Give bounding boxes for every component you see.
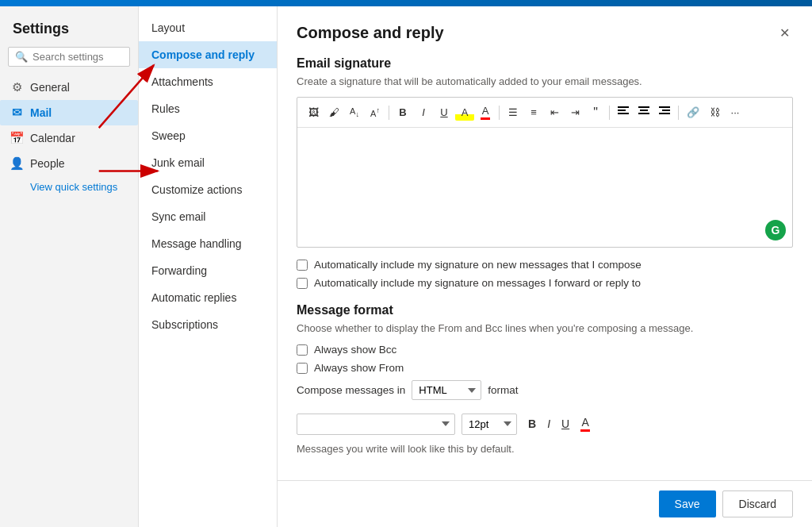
nav-customize[interactable]: Customize actions: [139, 176, 277, 203]
nav-handling[interactable]: Message handling: [139, 230, 277, 257]
search-icon: 🔍: [15, 51, 28, 63]
panel-footer: Save Discard: [278, 480, 812, 527]
main-panel: Compose and reply ✕ Email signature Crea…: [278, 6, 812, 527]
sidebar-item-label: People: [30, 157, 65, 170]
toolbar-font-color[interactable]: A: [476, 102, 495, 122]
format-suffix: format: [488, 384, 518, 396]
general-icon: ⚙: [10, 80, 24, 94]
toolbar-numbering[interactable]: ≡: [524, 104, 543, 121]
format-underline-btn[interactable]: U: [557, 414, 574, 433]
panel-header: Compose and reply ✕: [278, 6, 812, 53]
font-color-bar: [481, 117, 490, 120]
message-format-desc: Choose whether to display the From and B…: [297, 322, 793, 334]
nav-layout[interactable]: Layout: [139, 14, 277, 41]
nav-rules[interactable]: Rules: [139, 95, 277, 122]
toolbar-unlink[interactable]: ⛓: [705, 104, 724, 121]
checkbox-bcc-row: Always show Bcc: [297, 344, 793, 356]
svg-rect-1: [618, 110, 626, 111]
toolbar-bullets[interactable]: ☰: [504, 104, 523, 121]
format-mini-btns: B I U A: [523, 413, 595, 435]
svg-rect-3: [638, 106, 649, 108]
email-signature-section: Email signature Create a signature that …: [297, 56, 793, 289]
toolbar-link[interactable]: 🔗: [683, 104, 703, 121]
svg-rect-2: [618, 113, 629, 114]
search-box[interactable]: 🔍: [8, 47, 130, 67]
toolbar-format-brush[interactable]: 🖌: [324, 104, 343, 121]
nav-sweep[interactable]: Sweep: [139, 122, 277, 149]
toolbar-indent-increase[interactable]: ⇥: [565, 104, 584, 121]
calendar-icon: 📅: [10, 131, 24, 145]
checkbox-bcc-label: Always show Bcc: [314, 344, 396, 356]
format-color-btn[interactable]: A: [576, 413, 595, 435]
compose-format-row: Compose messages in HTML Plain text form…: [297, 380, 793, 400]
svg-rect-7: [662, 110, 670, 111]
checkbox-forward-reply[interactable]: [297, 278, 308, 289]
save-button[interactable]: Save: [659, 490, 716, 517]
signature-body[interactable]: G: [297, 128, 792, 247]
view-quick-settings[interactable]: View quick settings: [0, 176, 138, 198]
toolbar-more[interactable]: ···: [726, 104, 745, 121]
format-italic-btn[interactable]: I: [542, 414, 555, 433]
sidebar-item-label: General: [30, 81, 70, 94]
grammarly-button[interactable]: G: [765, 220, 786, 240]
nav-forwarding[interactable]: Forwarding: [139, 257, 277, 284]
svg-rect-6: [659, 106, 670, 108]
checkbox-from-label: Always show From: [314, 362, 404, 374]
toolbar-quote[interactable]: ": [586, 103, 605, 122]
font-select[interactable]: Calibri Arial: [297, 414, 455, 435]
toolbar-italic[interactable]: I: [414, 104, 433, 121]
format-bold-btn[interactable]: B: [523, 414, 541, 433]
toolbar-font-decrease[interactable]: A↓: [345, 104, 364, 121]
toolbar-align-center[interactable]: [634, 104, 653, 121]
message-format-section: Message format Choose whether to display…: [297, 303, 793, 455]
sidebar-item-mail[interactable]: ✉ Mail: [0, 100, 138, 125]
nav-attachments[interactable]: Attachments: [139, 68, 277, 95]
toolbar-align-left[interactable]: [614, 104, 633, 121]
middle-nav: Layout Compose and reply Attachments Rul…: [139, 6, 278, 527]
app-title: Settings: [0, 14, 138, 47]
format-select[interactable]: HTML Plain text: [412, 380, 481, 400]
checkbox-new-messages[interactable]: [297, 260, 308, 271]
email-signature-desc: Create a signature that will be automati…: [297, 75, 793, 87]
sidebar-item-label: Calendar: [30, 132, 75, 144]
toolbar-bold[interactable]: B: [393, 104, 412, 121]
font-row: Calibri Arial 12pt 8pt 10pt 14pt B I U: [297, 413, 793, 435]
panel-title: Compose and reply: [297, 24, 444, 42]
signature-toolbar: 🖼 🖌 A↓ A↑ B I U A A: [297, 98, 792, 128]
toolbar-sep-1: [389, 106, 389, 120]
discard-button[interactable]: Discard: [722, 490, 793, 517]
checkbox-from-row: Always show From: [297, 362, 793, 374]
toolbar-font-increase[interactable]: A↑: [366, 104, 385, 121]
nav-junk[interactable]: Junk email: [139, 149, 277, 176]
nav-sync[interactable]: Sync email: [139, 203, 277, 230]
toolbar-indent-decrease[interactable]: ⇤: [545, 104, 564, 121]
sidebar-item-people[interactable]: 👤 People: [0, 151, 138, 176]
toolbar-image[interactable]: 🖼: [304, 104, 323, 121]
close-button[interactable]: ✕: [776, 22, 793, 44]
nav-subscriptions[interactable]: Subscriptions: [139, 311, 277, 338]
size-select[interactable]: 12pt 8pt 10pt 14pt: [462, 414, 517, 435]
top-bar: [0, 0, 812, 6]
email-signature-title: Email signature: [297, 56, 793, 71]
format-color-icon: A: [580, 416, 590, 432]
sidebar: Settings 🔍 ⚙ General ✉ Mail 📅 Calendar 👤…: [0, 6, 139, 527]
message-format-title: Message format: [297, 303, 793, 317]
nav-auto-replies[interactable]: Automatic replies: [139, 284, 277, 311]
checkbox-new-messages-label: Automatically include my signature on ne…: [314, 259, 642, 271]
nav-compose[interactable]: Compose and reply: [139, 41, 277, 68]
svg-rect-8: [659, 113, 670, 114]
panel-body: Email signature Create a signature that …: [278, 53, 812, 480]
search-input[interactable]: [33, 51, 123, 63]
checkbox-bcc[interactable]: [297, 344, 308, 356]
sidebar-item-general[interactable]: ⚙ General: [0, 75, 138, 100]
sidebar-item-calendar[interactable]: 📅 Calendar: [0, 125, 138, 151]
mail-icon: ✉: [10, 106, 24, 120]
toolbar-highlight[interactable]: A: [455, 104, 474, 121]
toolbar-underline[interactable]: U: [435, 104, 454, 121]
signature-editor: 🖼 🖌 A↓ A↑ B I U A A: [297, 97, 793, 248]
checkbox-from[interactable]: [297, 363, 308, 374]
font-color-icon: A: [481, 105, 490, 120]
toolbar-align-right[interactable]: [655, 104, 674, 121]
checkbox-new-messages-row: Automatically include my signature on ne…: [297, 259, 793, 271]
checkbox-forward-reply-row: Automatically include my signature on me…: [297, 277, 793, 289]
